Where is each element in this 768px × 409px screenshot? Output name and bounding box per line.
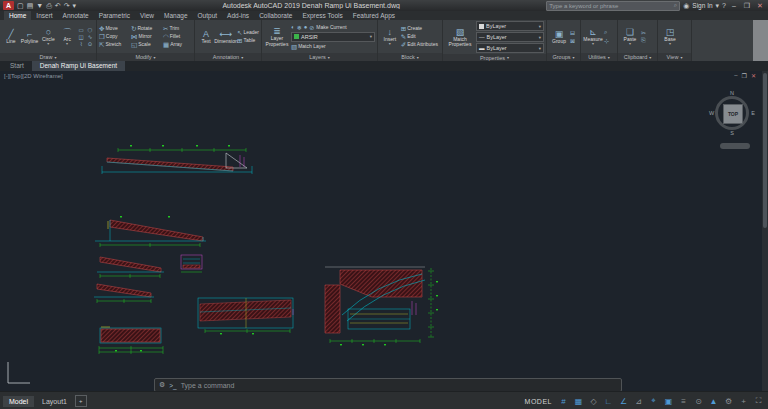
layer-freeze-icon[interactable]: ❄ bbox=[297, 24, 302, 31]
modify-panel-label[interactable]: Modify ▾ bbox=[97, 53, 194, 61]
table-button[interactable]: ⊞Table bbox=[237, 37, 259, 44]
workspace-switching-icon[interactable]: ⚙ bbox=[722, 395, 735, 408]
viewcube-north[interactable]: N bbox=[730, 90, 734, 96]
redo-icon[interactable]: ↷ bbox=[64, 1, 70, 10]
autocad-logo[interactable]: A bbox=[3, 1, 14, 10]
id-point-icon[interactable]: ⊹ bbox=[604, 37, 609, 44]
block-panel-label[interactable]: Block ▾ bbox=[378, 53, 442, 61]
arc-button[interactable]: ⌒ Arc ▾ bbox=[58, 27, 76, 47]
linetype-dropdown[interactable]: — ByLayer ▾ bbox=[476, 32, 544, 42]
clean-screen-icon[interactable]: ⛶ bbox=[752, 395, 765, 408]
doc-minimize-button[interactable]: – bbox=[734, 72, 737, 79]
tab-home[interactable]: Home bbox=[4, 11, 31, 20]
file-tab-drawing[interactable]: Denah Ramp Ui Basement bbox=[32, 61, 125, 71]
tab-express-tools[interactable]: Express Tools bbox=[297, 11, 347, 20]
model-tab[interactable]: Model bbox=[3, 396, 34, 407]
leader-button[interactable]: ↖Leader bbox=[237, 29, 259, 36]
quick-select-icon[interactable]: ⌕ bbox=[604, 29, 609, 36]
new-file-icon[interactable]: ▢ bbox=[17, 1, 24, 10]
scrollbar-thumb[interactable] bbox=[763, 73, 767, 228]
tab-addins[interactable]: Add-ins bbox=[222, 11, 254, 20]
annotation-panel-label[interactable]: Annotation ▾ bbox=[195, 53, 261, 61]
text-button[interactable]: A Text bbox=[197, 29, 215, 45]
view-panel-label[interactable]: View ▾ bbox=[658, 53, 691, 61]
search-icon[interactable]: ⌕ bbox=[674, 2, 677, 9]
move-button[interactable]: ✥Move bbox=[99, 25, 130, 32]
polyline-button[interactable]: ⌐ Polyline bbox=[21, 29, 39, 45]
viewcube-top-face[interactable]: TOP bbox=[723, 104, 743, 124]
trim-button[interactable]: ✂Trim bbox=[163, 25, 194, 32]
object-snap-icon[interactable]: ▣ bbox=[662, 395, 675, 408]
tab-collaborate[interactable]: Collaborate bbox=[254, 11, 297, 20]
object-snap-tracking-icon[interactable]: ⌖ bbox=[647, 395, 660, 408]
selection-cycling-icon[interactable]: ⊙ bbox=[692, 395, 705, 408]
sign-in-button[interactable]: Sign In bbox=[692, 2, 712, 9]
polygon-icon[interactable]: ⬡ bbox=[86, 27, 94, 33]
tab-view[interactable]: View bbox=[135, 11, 159, 20]
rotate-button[interactable]: ↻Rotate bbox=[131, 25, 162, 32]
ungroup-icon[interactable]: ⊟ bbox=[570, 29, 575, 36]
scale-button[interactable]: ◱Scale bbox=[131, 41, 162, 48]
groups-panel-label[interactable]: Groups ▾ bbox=[547, 53, 580, 61]
revision-cloud-icon[interactable]: ⌇ bbox=[77, 41, 85, 47]
array-button[interactable]: ▦Array bbox=[163, 41, 194, 48]
tab-manage[interactable]: Manage bbox=[159, 11, 193, 20]
group-edit-icon[interactable]: ⊠ bbox=[570, 37, 575, 44]
viewcube-south[interactable]: S bbox=[730, 130, 734, 136]
copy-clip-icon[interactable]: ⎘ bbox=[641, 37, 646, 44]
copy-button[interactable]: ❐Copy bbox=[99, 33, 130, 40]
edit-attributes-button[interactable]: ✐Edit Attributes bbox=[401, 41, 440, 48]
spline-icon[interactable]: ∿ bbox=[86, 34, 94, 40]
properties-panel-label[interactable]: Properties ▾ bbox=[443, 54, 546, 61]
ortho-mode-icon[interactable]: ∟ bbox=[602, 395, 615, 408]
command-line[interactable]: ⚙ >_ Type a command bbox=[154, 378, 622, 391]
group-button[interactable]: ▣ Group bbox=[549, 29, 569, 45]
model-space-indicator[interactable]: MODEL bbox=[525, 398, 552, 405]
model-space-canvas[interactable]: [-][Top][2D Wireframe] – ❐ ✕ bbox=[0, 71, 768, 391]
file-tab-start[interactable]: Start bbox=[2, 61, 32, 71]
layer-properties-button[interactable]: ≣ Layer Properties bbox=[264, 26, 290, 47]
circle-button[interactable]: ○ Circle ▾ bbox=[40, 27, 58, 47]
new-layout-button[interactable]: + bbox=[75, 395, 87, 407]
draw-panel-label[interactable]: Draw ▾ bbox=[0, 53, 96, 61]
qat-dropdown-icon[interactable]: ▾ bbox=[73, 1, 77, 10]
doc-close-button[interactable]: ✕ bbox=[751, 72, 756, 79]
tab-parametric[interactable]: Parametric bbox=[94, 11, 135, 20]
cut-icon[interactable]: ✂ bbox=[641, 29, 646, 36]
match-properties-button[interactable]: ▧ Match Properties bbox=[445, 27, 475, 48]
open-file-icon[interactable]: ▤ bbox=[27, 1, 34, 10]
base-button[interactable]: ◳ Base ▾ bbox=[660, 27, 680, 47]
maximize-button[interactable]: ❐ bbox=[742, 2, 752, 10]
viewport-controls[interactable]: [-][Top][2D Wireframe] bbox=[4, 73, 63, 79]
viewcube-west[interactable]: W bbox=[709, 110, 714, 116]
plot-icon[interactable]: ⎙ bbox=[46, 1, 52, 10]
edit-block-button[interactable]: ✎Edit bbox=[401, 33, 440, 40]
paste-button[interactable]: ❏ Paste ▾ bbox=[620, 27, 640, 47]
tab-featured-apps[interactable]: Featured Apps bbox=[348, 11, 400, 20]
snap-mode-icon[interactable]: ▦ bbox=[572, 395, 585, 408]
command-customize-icon[interactable]: ⚙ bbox=[159, 381, 165, 389]
navigation-bar[interactable] bbox=[720, 143, 750, 149]
annotation-monitor-icon[interactable]: + bbox=[737, 395, 750, 408]
doc-restore-button[interactable]: ❐ bbox=[742, 72, 747, 79]
tab-annotate[interactable]: Annotate bbox=[58, 11, 94, 20]
dimension-button[interactable]: ⟷ Dimension bbox=[216, 29, 236, 45]
infocenter-search[interactable]: Type a keyword or phrase ⌕ bbox=[546, 1, 680, 11]
polar-tracking-icon[interactable]: ∠ bbox=[617, 395, 630, 408]
tab-insert[interactable]: Insert bbox=[31, 11, 57, 20]
create-block-button[interactable]: ⊞Create bbox=[401, 25, 440, 32]
utilities-panel-label[interactable]: Utilities ▾ bbox=[581, 53, 617, 61]
layer-dropdown[interactable]: ARSIR ▾ bbox=[291, 32, 375, 42]
stretch-button[interactable]: ⇱Stretch bbox=[99, 41, 130, 48]
rectangle-icon[interactable]: ▭ bbox=[77, 27, 85, 33]
viewcube-east[interactable]: E bbox=[751, 110, 755, 116]
close-button[interactable]: ✕ bbox=[755, 2, 765, 10]
save-icon[interactable]: ▼ bbox=[36, 1, 43, 10]
layers-panel-label[interactable]: Layers ▾ bbox=[262, 53, 377, 61]
match-layer-button[interactable]: ▧Match Layer bbox=[291, 43, 375, 50]
lineweight-dropdown[interactable]: ▬ ByLayer ▾ bbox=[476, 43, 544, 53]
layer-off-icon[interactable]: ◐ bbox=[291, 24, 295, 30]
lineweight-icon[interactable]: ≡ bbox=[677, 395, 690, 408]
measure-button[interactable]: ⊾ Measure ▾ bbox=[583, 27, 603, 47]
tab-output[interactable]: Output bbox=[193, 11, 223, 20]
